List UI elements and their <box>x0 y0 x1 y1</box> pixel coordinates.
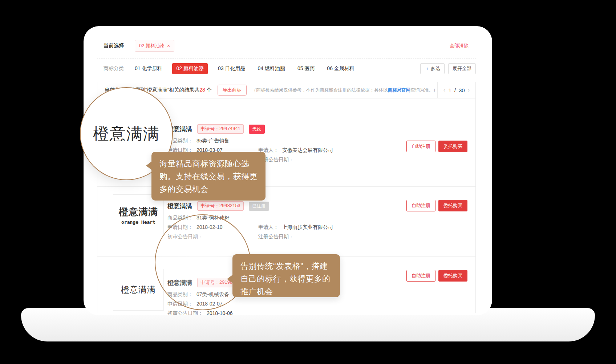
category-item-01[interactable]: 01 化学原料 <box>135 65 162 72</box>
category-filter-row: 商标分类 01 化学原料 02 颜料油漆 03 日化用品 04 燃料油脂 05 … <box>97 61 476 76</box>
trademark-image[interactable]: 橙意满满 <box>113 269 164 311</box>
field-label: 初审公告日期： <box>167 310 203 315</box>
selected-filter-tag-label: 02 颜料油漆 <box>139 43 165 49</box>
current-selection-label: 当前选择 <box>104 43 124 49</box>
tag-close-icon[interactable]: × <box>167 43 170 48</box>
row-actions: 自助注册 委托购买 <box>406 270 467 282</box>
selected-filter-tag[interactable]: 02 颜料油漆 × <box>135 40 174 52</box>
field-label: 申请人： <box>258 224 279 231</box>
category-item-04[interactable]: 04 燃料油脂 <box>258 65 285 72</box>
trademark-image[interactable]: 橙意满满 orange Heart <box>113 194 164 236</box>
row-actions: 自助注册 委托购买 <box>406 200 467 211</box>
current-page: 1 <box>448 87 451 93</box>
application-number-tag: 申请号：29474941 <box>197 124 244 134</box>
results-disclaimer: （商标检索结果仅供参考，不作为商标能否注册的法律依据；具体以商标局官网查询为准。… <box>252 87 438 93</box>
field-label: 注册公告日期： <box>258 233 294 240</box>
field-value: 31类-饲料种籽 <box>196 214 229 221</box>
multi-select-button[interactable]: ＋ 多选 <box>420 63 445 74</box>
trademark-name[interactable]: 橙意满满 <box>167 279 192 287</box>
expand-all-button[interactable]: 展开全部 <box>448 63 476 74</box>
clear-all-link[interactable]: 全部清除 <box>450 43 469 49</box>
category-item-05[interactable]: 05 医药 <box>297 65 315 72</box>
results-count: 28 <box>199 87 205 93</box>
self-register-button[interactable]: 自助注册 <box>406 141 435 152</box>
category-row-label: 商标分类 <box>104 65 124 72</box>
export-trademarks-button[interactable]: 导出商标 <box>218 85 247 96</box>
callout-build-brand-text: 告别传统“发表格”，搭建自己的标行，获得更多的推广机会 <box>240 262 331 296</box>
field-label: 申请日期： <box>167 224 193 231</box>
category-buttons: ＋ 多选 展开全部 <box>420 63 476 74</box>
field-value: 2018-10-06 <box>207 310 233 315</box>
prev-page-arrow[interactable]: ‹ <box>443 86 446 94</box>
trademark-name[interactable]: 橙意满满 <box>167 202 192 210</box>
field-label: 商品类别： <box>167 214 193 221</box>
callout-arrow-left-icon <box>146 161 152 170</box>
trademark-details: 橙意满满 申请号：29482153 已注册 商品类别：31类-饲料种籽 申请日期… <box>167 201 333 243</box>
trademark-image-text: 橙意满满 <box>121 284 156 295</box>
field-value: – <box>207 233 210 240</box>
entrust-purchase-button[interactable]: 委托购买 <box>438 141 467 152</box>
field-value: 上海雨步实业有限公司 <box>282 224 333 231</box>
entrust-purchase-button[interactable]: 委托购买 <box>438 200 467 211</box>
application-number-tag: 申请号：29482153 <box>197 201 244 211</box>
field-label: 商品类别： <box>167 291 193 298</box>
status-badge-invalid: 无效 <box>249 125 265 134</box>
entrust-purchase-button[interactable]: 委托购买 <box>438 270 467 282</box>
self-register-button[interactable]: 自助注册 <box>406 200 435 211</box>
field-value: 35类-广告销售 <box>196 137 229 144</box>
pagination: ‹ 1 / 30 › <box>437 82 475 98</box>
callout-build-brand: 告别传统“发表格”，搭建自己的标行，获得更多的推广机会 <box>232 254 340 297</box>
callout-marketplace-text: 海量精品商标资源随心选购。支持在线交易，获得更多的交易机会 <box>159 159 258 194</box>
category-item-03[interactable]: 03 日化用品 <box>218 65 245 72</box>
field-value: 安徽美达会展有限公司 <box>282 147 333 154</box>
field-label: 初审公告日期： <box>167 233 203 240</box>
magnified-trademark-text: 橙意满满 <box>93 123 160 145</box>
field-value: 07类-机械设备 <box>196 291 229 298</box>
category-item-06[interactable]: 06 金属材料 <box>327 65 354 72</box>
field-value: – <box>297 233 300 240</box>
page-divider: / <box>454 87 456 93</box>
trademark-office-link[interactable]: 商标局官网 <box>388 88 411 93</box>
field-value: – <box>297 156 300 163</box>
callout-arrow-left-icon <box>227 275 233 283</box>
row-actions: 自助注册 委托购买 <box>406 141 467 152</box>
category-item-02-active[interactable]: 02 颜料油漆 <box>172 63 207 74</box>
field-label: 申请日期： <box>167 300 193 307</box>
callout-marketplace: 海量精品商标资源随心选购。支持在线交易，获得更多的交易机会 <box>151 152 266 201</box>
status-badge-registered: 已注册 <box>249 202 269 211</box>
field-value: 2018-02-07 <box>196 300 223 307</box>
trademark-image-text: 橙意满满 <box>119 206 158 218</box>
trademark-image-subtext: orange Heart <box>121 219 155 225</box>
total-pages: 30 <box>459 87 465 93</box>
field-value: 2018-02-10 <box>196 224 223 231</box>
current-selection-bar: 当前选择 02 颜料油漆 × 全部清除 <box>97 36 476 59</box>
device-mockup: 当前选择 02 颜料油漆 × 全部清除 商标分类 01 化学原料 02 颜料油漆… <box>0 0 616 364</box>
next-page-arrow[interactable]: › <box>468 86 470 94</box>
self-register-button[interactable]: 自助注册 <box>406 270 435 282</box>
